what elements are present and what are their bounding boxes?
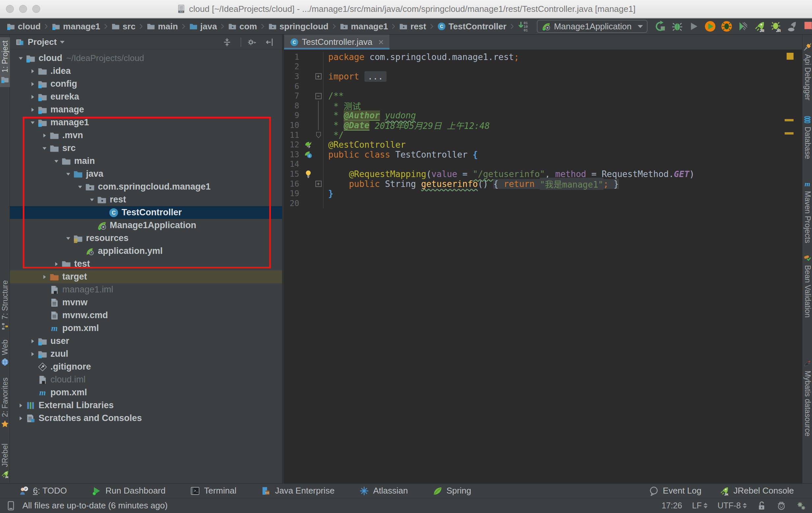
tool-stripe-bean-validation[interactable]: Bean Validation (803, 254, 812, 317)
tree-item-java[interactable]: java (10, 168, 282, 180)
tool-window-button-terminal[interactable]: >_Terminal (190, 486, 236, 496)
tree-item-target[interactable]: target (10, 270, 282, 283)
run-button[interactable] (655, 21, 667, 32)
run-configuration-select[interactable]: Manage1Application (537, 20, 647, 33)
tool-stripe-2-favorites[interactable]: 2: Favorites (0, 377, 10, 428)
tree-item-pom.xml[interactable]: mpom.xml (10, 322, 282, 335)
tree-item-config[interactable]: config (10, 78, 282, 90)
tool-stripe-maven-projects[interactable]: mMaven Projects (803, 180, 812, 243)
project-panel-title[interactable]: Project (28, 37, 57, 47)
tool-stripe-1-project[interactable]: 1: Project (0, 37, 10, 87)
tree-item-manage1.iml[interactable]: manage1.iml (10, 283, 282, 296)
breadcrumb-item-src[interactable]: src (111, 22, 136, 32)
chevron-expanded-icon[interactable] (88, 196, 96, 204)
jrebel-run-button[interactable]: JR (754, 21, 765, 32)
tree-item-cloud.iml[interactable]: cloud.iml (10, 373, 282, 386)
tool-window-button-spring[interactable]: Spring (433, 486, 471, 496)
tree-item-main[interactable]: main (10, 154, 282, 168)
xrebel-button[interactable] (787, 21, 799, 32)
warning-stripe-marker[interactable] (785, 119, 793, 121)
chevron-collapsed-icon[interactable] (17, 402, 25, 409)
jprofiler-run-button[interactable] (704, 21, 716, 32)
coverage-disabled-button[interactable] (688, 21, 700, 32)
tree-item-src[interactable]: src (10, 142, 282, 154)
fold-expand-icon[interactable]: + (315, 181, 322, 187)
editor-area[interactable]: C TestController.java 1package com.sprin… (284, 35, 802, 483)
tree-item-manage1[interactable]: manage1 (10, 116, 282, 129)
tree-item-com.springcloud.manage1[interactable]: com.springcloud.manage1 (10, 180, 282, 193)
fold-expand-icon[interactable]: + (315, 73, 322, 80)
bulb-icon[interactable] (302, 169, 314, 178)
tool-window-button-event-log[interactable]: Event Log (649, 486, 701, 496)
chevron-expanded-icon[interactable] (40, 144, 49, 152)
close-icon[interactable] (378, 37, 384, 48)
tree-item-manage1application[interactable]: Manage1Application (10, 219, 282, 232)
chevron-collapsed-icon[interactable] (28, 106, 37, 114)
spring-bean-icon[interactable] (302, 140, 314, 149)
tree-item-user[interactable]: user (10, 335, 282, 347)
spring-controller-icon[interactable]: c (302, 150, 314, 159)
tree-item-application.yml[interactable]: application.yml (10, 245, 282, 257)
chevron-collapsed-icon[interactable] (52, 260, 61, 268)
tree-item-mvnw.cmd[interactable]: mvnw.cmd (10, 309, 282, 322)
tool-stripe-api-debugger[interactable]: Api Debugger (803, 43, 812, 101)
breadcrumb-item-testcontroller[interactable]: CTestController (437, 22, 506, 32)
tree-item-pom.xml[interactable]: mpom.xml (10, 386, 282, 399)
chevron-expanded-icon[interactable] (17, 54, 25, 62)
breadcrumb-item-rest[interactable]: rest (399, 22, 426, 32)
chevron-collapsed-icon[interactable] (17, 415, 25, 422)
breadcrumb-item-springcloud[interactable]: springcloud (268, 22, 328, 32)
chevron-collapsed-icon[interactable] (28, 337, 37, 345)
breadcrumb-item-manage1[interactable]: manage1 (340, 22, 388, 32)
chevron-expanded-icon[interactable] (64, 234, 72, 242)
chevron-collapsed-icon[interactable] (40, 273, 49, 281)
tree-item-cloud[interactable]: cloud~/IdeaProjects/cloud (10, 52, 282, 65)
tool-stripe-jrebel[interactable]: JRebelJR (0, 444, 10, 478)
debug-button[interactable] (671, 21, 683, 32)
tree-item-.idea[interactable]: .idea (10, 65, 282, 78)
tool-window-button-run-dashboard[interactable]: Run Dashboard (92, 486, 166, 496)
breadcrumb-item-manage1[interactable]: manage1 (52, 22, 100, 32)
tree-item-external-libraries[interactable]: External Libraries (10, 399, 282, 412)
tool-stripe-web[interactable]: Web (0, 340, 10, 366)
tool-stripe-7-structure[interactable]: 7: Structure (0, 280, 10, 331)
tree-item-zuul[interactable]: zuul (10, 347, 282, 360)
breadcrumb-item-com[interactable]: com (228, 22, 257, 32)
chevron-expanded-icon[interactable] (64, 170, 72, 178)
tree-item-eureka[interactable]: eureka (10, 90, 282, 103)
stop-button[interactable]: 6 (803, 21, 812, 32)
tool-window-button-jrebel-console[interactable]: JRJRebel Console (719, 486, 794, 496)
tree-item-testcontroller[interactable]: CTestController (10, 206, 282, 219)
code-editor[interactable]: 1package com.springcloud.manage1.rest;23… (284, 50, 802, 208)
jrebel-debug-button[interactable]: JR (770, 21, 782, 32)
chevron-collapsed-icon[interactable] (28, 80, 37, 88)
chevron-expanded-icon[interactable] (28, 119, 37, 126)
tree-item-mvnw[interactable]: mvnw (10, 296, 282, 309)
encoding-widget[interactable]: UTF-8 (718, 501, 747, 510)
inspection-status-marker[interactable] (787, 53, 793, 60)
line-separator-widget[interactable]: LF (692, 501, 707, 510)
collapse-all-icon[interactable] (222, 37, 232, 47)
unlock-icon[interactable] (757, 501, 766, 511)
breadcrumb-item-cloud[interactable]: cloud (7, 22, 40, 32)
chevron-collapsed-icon[interactable] (40, 132, 49, 139)
tree-item-rest[interactable]: rest (10, 193, 282, 206)
hide-panel-icon[interactable] (265, 37, 275, 47)
warning-stripe-marker[interactable] (785, 132, 793, 135)
run-with-coverage-button[interactable] (737, 21, 749, 32)
tab-testcontroller[interactable]: C TestController.java (284, 35, 390, 50)
gears-icon[interactable] (796, 501, 806, 511)
breadcrumb-item-main[interactable]: main (147, 22, 178, 32)
tree-item-resources[interactable]: resources (10, 232, 282, 245)
project-tree[interactable]: cloud~/IdeaProjects/cloud.ideaconfigeure… (10, 50, 282, 483)
tree-item-.mvn[interactable]: .mvn (10, 129, 282, 142)
breadcrumb-item-java[interactable]: java (189, 22, 217, 32)
download-sources-icon[interactable]: 011001 (518, 21, 529, 32)
tree-item-test[interactable]: test (10, 257, 282, 270)
tool-stripe-mybatis-datasource[interactable]: Mybatis datasource (803, 359, 812, 436)
chevron-expanded-icon[interactable] (76, 183, 84, 191)
jprofiler-debug-button[interactable] (721, 21, 732, 32)
tool-stripe-database[interactable]: Database (803, 115, 812, 159)
hector-icon[interactable] (776, 501, 786, 511)
chevron-collapsed-icon[interactable] (28, 350, 37, 358)
